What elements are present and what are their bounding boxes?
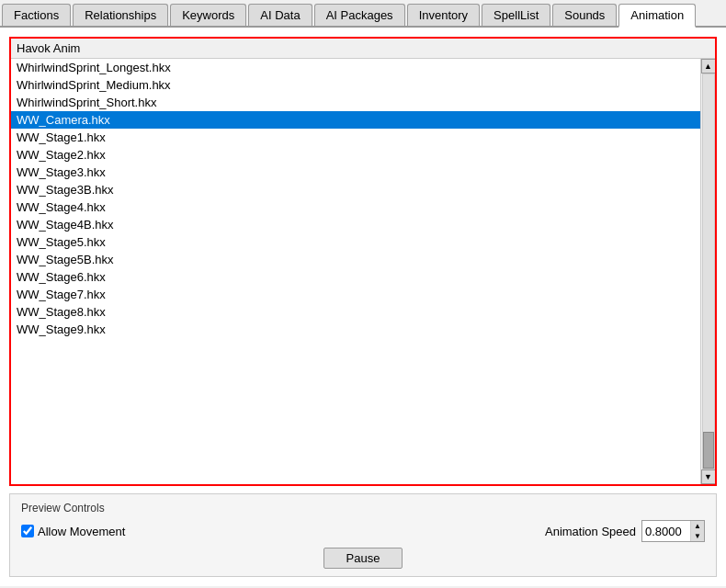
allow-movement-label[interactable]: Allow Movement — [21, 525, 125, 538]
speed-input-wrap: ▲ ▼ — [641, 520, 705, 542]
scroll-down-btn[interactable]: ▼ — [701, 469, 716, 484]
spinner-down-btn[interactable]: ▼ — [691, 531, 704, 541]
list-item[interactable]: WhirlwindSprint_Medium.hkx — [11, 76, 700, 94]
tab-factions[interactable]: Factions — [2, 4, 71, 26]
preview-title: Preview Controls — [21, 502, 705, 514]
tab-sounds[interactable]: Sounds — [552, 4, 617, 26]
scroll-track[interactable] — [702, 74, 715, 469]
tab-spelllist[interactable]: SpellList — [482, 4, 550, 26]
tab-ai-data[interactable]: AI Data — [248, 4, 312, 26]
main-content: Havok Anim WhirlwindSprint_Longest.hkxWh… — [0, 28, 726, 586]
speed-input[interactable] — [642, 521, 690, 541]
pause-button[interactable]: Pause — [323, 548, 403, 569]
allow-movement-checkbox[interactable] — [21, 525, 34, 537]
tab-bar: FactionsRelationshipsKeywordsAI DataAI P… — [0, 0, 726, 28]
list-item[interactable]: WhirlwindSprint_Longest.hkx — [11, 59, 700, 76]
list-item[interactable]: WW_Stage4.hkx — [11, 198, 700, 216]
tab-relationships[interactable]: Relationships — [73, 4, 168, 26]
spinner-buttons: ▲ ▼ — [690, 521, 704, 541]
preview-controls: Preview Controls Allow Movement Animatio… — [9, 493, 717, 577]
list-items[interactable]: WhirlwindSprint_Longest.hkxWhirlwindSpri… — [11, 59, 700, 484]
list-item[interactable]: WW_Stage7.hkx — [11, 286, 700, 303]
spinner-up-btn[interactable]: ▲ — [691, 521, 704, 531]
list-item[interactable]: WW_Stage5B.hkx — [11, 251, 700, 268]
pause-row: Pause — [21, 548, 705, 569]
list-item[interactable]: WW_Stage3.hkx — [11, 164, 700, 181]
list-item[interactable]: WW_Camera.hkx — [11, 111, 700, 129]
controls-row: Allow Movement Animation Speed ▲ ▼ — [21, 520, 705, 542]
allow-movement-text: Allow Movement — [38, 525, 125, 538]
list-item[interactable]: WW_Stage2.hkx — [11, 146, 700, 164]
list-header: Havok Anim — [11, 39, 715, 59]
list-scroll-area: WhirlwindSprint_Longest.hkxWhirlwindSpri… — [11, 59, 715, 484]
speed-group: Animation Speed ▲ ▼ — [545, 520, 705, 542]
list-item[interactable]: WW_Stage4B.hkx — [11, 216, 700, 233]
tab-ai-packages[interactable]: AI Packages — [314, 4, 405, 26]
scrollbar[interactable]: ▲ ▼ — [700, 59, 715, 484]
speed-label: Animation Speed — [545, 525, 636, 538]
scroll-up-btn[interactable]: ▲ — [701, 59, 716, 74]
list-item[interactable]: WW_Stage8.hkx — [11, 303, 700, 321]
list-item[interactable]: WW_Stage3B.hkx — [11, 181, 700, 198]
tab-animation[interactable]: Animation — [618, 4, 696, 28]
scroll-thumb[interactable] — [703, 432, 714, 469]
animation-list-container: Havok Anim WhirlwindSprint_Longest.hkxWh… — [9, 37, 717, 486]
list-item[interactable]: WW_Stage5.hkx — [11, 233, 700, 251]
list-header-label: Havok Anim — [17, 41, 80, 55]
list-item[interactable]: WW_Stage1.hkx — [11, 129, 700, 146]
list-item[interactable]: WW_Stage6.hkx — [11, 268, 700, 286]
list-item[interactable]: WhirlwindSprint_Short.hkx — [11, 94, 700, 111]
tab-inventory[interactable]: Inventory — [407, 4, 480, 26]
tab-keywords[interactable]: Keywords — [170, 4, 246, 26]
list-item[interactable]: WW_Stage9.hkx — [11, 321, 700, 338]
